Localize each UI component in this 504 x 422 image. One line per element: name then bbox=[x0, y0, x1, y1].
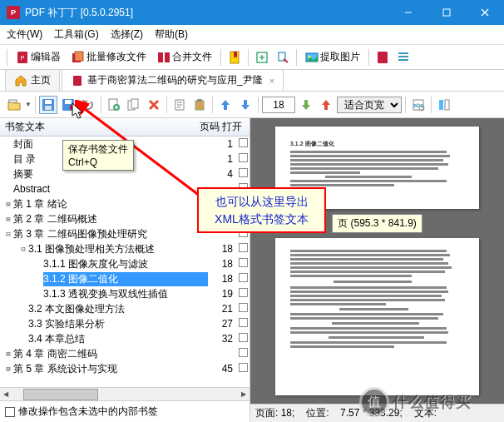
bookmark-open-checkbox[interactable] bbox=[236, 243, 250, 255]
delete-icon[interactable] bbox=[145, 96, 163, 114]
editor-button[interactable]: P 编辑器 bbox=[12, 47, 65, 67]
tab-document[interactable]: 基于商密算法二维码的研究与应用_尹隆 × bbox=[62, 69, 284, 91]
horizontal-scrollbar[interactable]: ◀ ▶ bbox=[0, 387, 250, 400]
bookmark-open-checkbox[interactable] bbox=[236, 258, 250, 270]
tool-pdf-icon[interactable] bbox=[373, 48, 392, 67]
bookmark-item[interactable]: 3.3 实验结果分析27 bbox=[0, 316, 250, 331]
merge-files-button[interactable]: 合并文件 bbox=[153, 47, 216, 67]
tab-home[interactable]: 主页 bbox=[5, 69, 60, 91]
menu-toolbox[interactable]: 工具箱(G) bbox=[54, 27, 98, 42]
bookmark-item[interactable]: ⊟3.1 图像预处理相关方法概述18 bbox=[0, 241, 250, 256]
bookmark-item[interactable]: ⊞第 4 章 商密二维码 bbox=[0, 346, 250, 361]
nav-up-icon[interactable] bbox=[317, 96, 335, 114]
open-icon[interactable] bbox=[5, 96, 23, 114]
nav-down-icon[interactable] bbox=[297, 96, 315, 114]
bookmark-page: 45 bbox=[208, 363, 233, 375]
tool-list-icon[interactable] bbox=[394, 48, 413, 67]
paste-icon[interactable] bbox=[190, 96, 209, 114]
bookmark-open-checkbox[interactable] bbox=[236, 168, 250, 180]
bookmark-label: 3.4 本章总结 bbox=[28, 332, 208, 346]
save-bookmark-icon[interactable] bbox=[59, 96, 77, 114]
save-bookmark-tooltip: 保存书签文件 Ctrl+Q bbox=[62, 140, 134, 171]
arrow-down-icon[interactable] bbox=[236, 96, 254, 114]
zoom-select[interactable]: 适合页宽 bbox=[337, 97, 402, 113]
view-mode-icon[interactable] bbox=[435, 96, 453, 114]
bookmark-item[interactable]: 3.4 本章总结32 bbox=[0, 331, 250, 346]
bookmark-page: 32 bbox=[208, 333, 233, 345]
bookmark-open-checkbox[interactable] bbox=[236, 273, 250, 285]
dropdown-arrow-icon[interactable]: ▼ bbox=[25, 101, 32, 108]
bookmark-tool-icon[interactable] bbox=[225, 48, 244, 67]
extract-pages-icon[interactable] bbox=[274, 48, 292, 67]
bookmark-open-checkbox[interactable] bbox=[236, 363, 250, 375]
menu-file[interactable]: 文件(W) bbox=[7, 27, 42, 42]
bookmark-item[interactable]: 3.1.1 图像灰度化与滤波18 bbox=[0, 256, 250, 271]
bookmark-label: 第 4 章 商密二维码 bbox=[13, 347, 208, 361]
bookmark-item[interactable]: ⊞第 5 章 系统设计与实现45 bbox=[0, 361, 250, 376]
bookmark-open-checkbox[interactable] bbox=[236, 288, 250, 300]
new-page-icon[interactable] bbox=[105, 96, 123, 114]
page-number-input[interactable] bbox=[262, 97, 295, 113]
tree-expander-icon[interactable] bbox=[3, 155, 13, 163]
tree-expander-icon[interactable]: ⊞ bbox=[3, 365, 13, 373]
maximize-button[interactable] bbox=[427, 0, 466, 25]
export-tool-icon[interactable] bbox=[253, 48, 271, 67]
tree-expander-icon[interactable] bbox=[3, 140, 13, 148]
undo-icon[interactable] bbox=[79, 96, 97, 114]
tree-expander-icon[interactable] bbox=[18, 305, 28, 313]
ocr-icon[interactable]: abc bbox=[409, 96, 427, 114]
svg-rect-1 bbox=[443, 9, 450, 16]
bookmark-open-checkbox[interactable] bbox=[236, 303, 250, 315]
bookmark-open-checkbox[interactable] bbox=[236, 153, 250, 165]
bookmark-page: 1 bbox=[208, 153, 233, 165]
arrow-up-icon[interactable] bbox=[216, 96, 235, 114]
main-toolbar: P 编辑器 批量修改文件 合并文件 提取图片 bbox=[0, 45, 504, 70]
tree-expander-icon[interactable]: ⊟ bbox=[18, 245, 28, 253]
bookmark-item[interactable]: 3.1.3 透视变换与双线性插值19 bbox=[0, 286, 250, 301]
bookmark-item[interactable]: 3.1.2 图像二值化18 bbox=[0, 271, 250, 286]
menu-help[interactable]: 帮助(B) bbox=[155, 27, 188, 42]
pdf-icon: P bbox=[16, 51, 29, 64]
tree-expander-icon[interactable]: ⊞ bbox=[3, 350, 13, 358]
tree-expander-icon[interactable]: ⊟ bbox=[3, 230, 13, 238]
include-unselected-checkbox[interactable] bbox=[5, 407, 15, 417]
bookmark-page: 1 bbox=[208, 138, 233, 150]
bookmark-open-checkbox[interactable] bbox=[236, 318, 250, 330]
bookmark-open-checkbox[interactable] bbox=[236, 138, 250, 150]
watermark-logo-icon: 值 bbox=[359, 387, 389, 417]
tree-expander-icon[interactable] bbox=[18, 320, 28, 328]
tree-expander-icon[interactable] bbox=[33, 275, 43, 283]
page-copy-icon[interactable] bbox=[170, 96, 189, 114]
tree-expander-icon[interactable] bbox=[33, 290, 43, 298]
tree-expander-icon[interactable]: ⊞ bbox=[3, 215, 13, 223]
extract-images-button[interactable]: 提取图片 bbox=[301, 47, 364, 67]
bookmark-page: 27 bbox=[208, 318, 233, 330]
app-icon: P bbox=[7, 6, 20, 19]
status-page: 页面: 18; bbox=[255, 406, 294, 420]
bookmark-label: 第 2 章 二维码概述 bbox=[13, 212, 208, 226]
bookmark-footer: 修改操作包含未选中的内部书签 bbox=[0, 400, 250, 422]
minimize-button[interactable] bbox=[389, 0, 427, 25]
tab-close-icon[interactable]: × bbox=[269, 76, 274, 86]
svg-text:P: P bbox=[21, 55, 25, 61]
bookmark-page: 19 bbox=[208, 288, 233, 300]
tree-expander-icon[interactable] bbox=[3, 170, 13, 178]
tree-expander-icon[interactable] bbox=[18, 335, 28, 343]
tree-expander-icon[interactable] bbox=[3, 185, 13, 193]
bookmark-item[interactable]: 3.2 本文图像处理方法21 bbox=[0, 301, 250, 316]
svg-rect-26 bbox=[131, 99, 138, 108]
bookmark-label: 3.1.3 透视变换与双线性插值 bbox=[43, 287, 208, 301]
tree-expander-icon[interactable] bbox=[33, 260, 43, 268]
bookmark-page: 21 bbox=[208, 303, 233, 315]
tree-expander-icon[interactable]: ⊞ bbox=[3, 200, 13, 208]
bookmark-tree[interactable]: 封面1 目 录1 摘要4 Abstract⊞第 1 章 绪论⊞第 2 章 二维码… bbox=[0, 137, 250, 387]
copy-page-icon[interactable] bbox=[125, 96, 143, 114]
batch-modify-button[interactable]: 批量修改文件 bbox=[67, 47, 151, 67]
menu-select[interactable]: 选择(Z) bbox=[111, 27, 143, 42]
svg-rect-19 bbox=[45, 100, 52, 104]
preview-viewport[interactable]: 3.1.2 图像二值化 页 (595.3 * 841.9) bbox=[250, 118, 504, 404]
bookmark-open-checkbox[interactable] bbox=[236, 348, 250, 360]
bookmark-open-checkbox[interactable] bbox=[236, 333, 250, 345]
save-icon[interactable] bbox=[39, 96, 57, 114]
close-button[interactable] bbox=[466, 0, 504, 25]
